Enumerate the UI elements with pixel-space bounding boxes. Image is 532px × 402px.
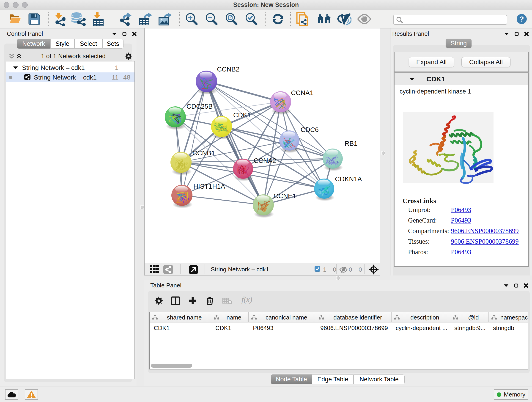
tab-sets[interactable]: Sets xyxy=(102,39,123,49)
crosslink-value-link[interactable]: P06493 xyxy=(451,217,471,224)
import-network-file-button[interactable] xyxy=(52,10,66,28)
panel-menu-icon[interactable] xyxy=(504,284,509,287)
table-cell[interactable]: cyclin-dependent ... xyxy=(396,325,447,332)
import-table-file-button[interactable] xyxy=(90,10,104,28)
show-columns-icon[interactable] xyxy=(171,296,180,305)
zoom-selected-button[interactable] xyxy=(244,10,258,28)
birdseye-grid-icon[interactable] xyxy=(150,264,159,274)
right-splitter-handle[interactable] xyxy=(381,151,385,155)
gene-accordion-header[interactable]: CDK1 xyxy=(394,73,528,85)
warnings-button[interactable] xyxy=(25,389,38,400)
expand-all-button[interactable]: Expand All xyxy=(409,57,454,67)
hide-selected-button[interactable] xyxy=(336,10,351,28)
delete-table-icon[interactable] xyxy=(222,297,232,305)
cloud-status-button[interactable] xyxy=(5,389,18,400)
column-header-description[interactable]: description xyxy=(392,312,450,322)
memory-button[interactable]: Memory xyxy=(494,389,528,400)
column-header-namespace[interactable]: namespace xyxy=(489,312,528,322)
column-header-shared-name[interactable]: shared name xyxy=(150,312,211,322)
left-splitter-handle[interactable] xyxy=(140,205,144,209)
table-cell[interactable]: stringdb:9... xyxy=(454,325,486,332)
delete-column-icon[interactable] xyxy=(206,296,214,305)
tab-string[interactable]: String xyxy=(446,39,472,48)
table-options-gear-icon[interactable] xyxy=(155,297,163,305)
panel-close-icon[interactable] xyxy=(524,32,529,36)
refresh-button[interactable] xyxy=(271,10,285,28)
column-header-database-identifier[interactable]: database identifier xyxy=(316,312,392,322)
tab-edge-table[interactable]: Edge Table xyxy=(312,375,354,384)
birdseye-toggle-icon[interactable] xyxy=(369,264,379,274)
export-table-button[interactable] xyxy=(138,10,152,28)
column-header--id[interactable]: @id xyxy=(450,312,489,322)
open-session-button[interactable] xyxy=(8,10,22,28)
tab-style[interactable]: Style xyxy=(51,39,75,49)
network-node-CDC6[interactable] xyxy=(279,130,300,153)
export-network-button[interactable] xyxy=(120,10,134,28)
zoom-fit-button[interactable] xyxy=(225,10,238,28)
open-in-window-button[interactable] xyxy=(189,265,198,274)
function-builder-button[interactable]: f(x) xyxy=(241,295,252,304)
panel-close-icon[interactable] xyxy=(132,32,137,36)
network-node-CDC25B[interactable] xyxy=(165,106,186,130)
expand-all-icon[interactable] xyxy=(16,54,22,59)
network-options-gear-icon[interactable] xyxy=(125,52,132,60)
network-node-CCNA1[interactable] xyxy=(270,91,291,115)
network-node-CDK1[interactable] xyxy=(211,116,232,140)
column-header-canonical-name[interactable]: canonical name xyxy=(249,312,316,322)
network-node-CDKN1A[interactable] xyxy=(314,179,335,201)
zoom-out-button[interactable] xyxy=(205,10,218,28)
table-horizontal-scrollbar[interactable] xyxy=(151,364,527,368)
save-session-button[interactable] xyxy=(28,10,41,28)
tree-expander-icon[interactable] xyxy=(13,66,18,69)
bottom-splitter-handle[interactable] xyxy=(336,276,340,280)
collapse-all-icon[interactable] xyxy=(9,54,14,59)
network-row[interactable]: String Network – cdk1 11 48 xyxy=(6,72,134,82)
crosslink-value-link[interactable]: 9606.ENSP00000378699 xyxy=(451,238,519,245)
network-edge[interactable] xyxy=(182,195,263,205)
string-home-button[interactable] xyxy=(317,10,332,28)
panel-float-icon[interactable] xyxy=(514,283,518,288)
clone-network-button[interactable] xyxy=(296,10,310,28)
table-cell[interactable]: CDK1 xyxy=(154,325,170,332)
show-all-button[interactable] xyxy=(357,10,372,28)
tab-network[interactable]: Network xyxy=(17,39,51,49)
crosslink-value-link[interactable]: P06493 xyxy=(451,206,471,214)
tab-network-table[interactable]: Network Table xyxy=(354,375,405,384)
tab-node-table[interactable]: Node Table xyxy=(271,375,312,384)
add-column-icon[interactable] xyxy=(188,296,197,305)
panel-menu-icon[interactable] xyxy=(112,32,117,36)
network-node-CCNB2[interactable] xyxy=(196,70,217,95)
panel-close-icon[interactable] xyxy=(524,283,528,288)
network-node-CCNA2[interactable] xyxy=(233,159,253,181)
left-splitter[interactable] xyxy=(137,28,144,386)
import-network-database-button[interactable] xyxy=(70,10,86,28)
zoom-in-button[interactable] xyxy=(185,10,198,28)
crosslink-value-link[interactable]: 9606.ENSP00000378699 xyxy=(451,227,519,235)
column-header-name[interactable]: name xyxy=(211,312,249,322)
selected-checkbox[interactable] xyxy=(315,266,320,272)
right-splitter[interactable] xyxy=(380,28,390,275)
panel-float-icon[interactable] xyxy=(122,32,127,36)
tab-select[interactable]: Select xyxy=(75,39,102,49)
network-node-RB1[interactable] xyxy=(323,148,343,171)
network-node-CCNB1[interactable] xyxy=(171,152,192,175)
network-node-HIST1H1A[interactable] xyxy=(171,185,193,208)
table-cell[interactable]: 9606.ENSP00000378699 xyxy=(320,325,388,332)
help-button[interactable]: ? xyxy=(516,10,527,28)
share-view-button[interactable] xyxy=(163,265,173,274)
network-node-CCNE1[interactable] xyxy=(253,194,274,218)
export-image-button[interactable] xyxy=(158,10,173,28)
scrollbar-thumb[interactable] xyxy=(151,364,192,368)
network-collection-row[interactable]: String Network – cdk1 1 xyxy=(6,63,134,72)
table-cell[interactable]: P06493 xyxy=(253,325,273,332)
accordion-expander-icon[interactable] xyxy=(409,77,414,81)
collapse-all-button[interactable]: Collapse All xyxy=(462,57,510,67)
panel-menu-icon[interactable] xyxy=(504,32,509,36)
bottom-splitter[interactable] xyxy=(144,275,532,280)
search-input[interactable] xyxy=(393,15,507,25)
table-cell[interactable]: stringdb xyxy=(493,325,514,332)
panel-float-icon[interactable] xyxy=(515,32,519,36)
table-cell[interactable]: CDK1 xyxy=(215,325,231,332)
network-canvas[interactable]: CCNB2CCNA1CDC25BCDK1CDC6RB1CCNB1CCNA2CDK… xyxy=(144,28,380,263)
crosslink-value-link[interactable]: P06493 xyxy=(451,248,471,256)
